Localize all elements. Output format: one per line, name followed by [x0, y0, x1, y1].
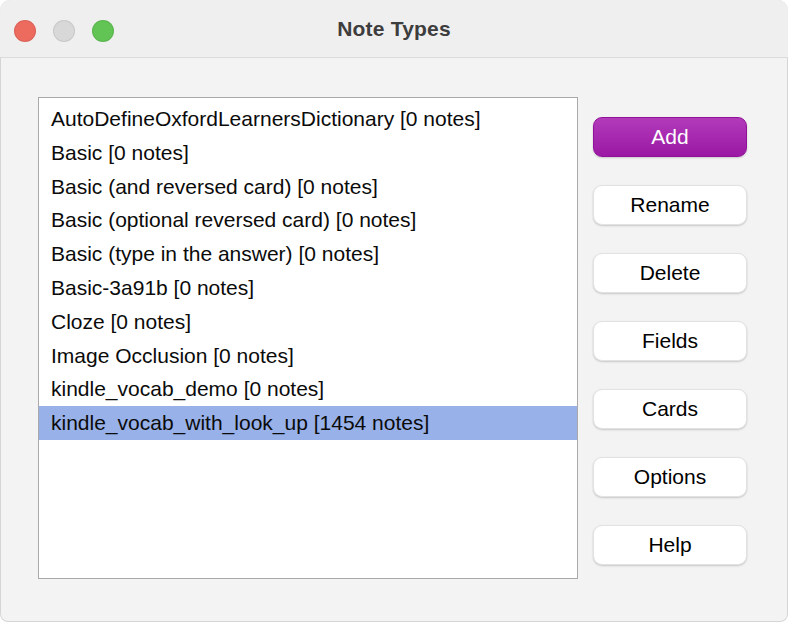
list-item[interactable]: Cloze [0 notes]	[39, 305, 577, 339]
minimize-button	[53, 20, 75, 42]
list-item[interactable]: Basic (optional reversed card) [0 notes]	[39, 203, 577, 237]
list-item[interactable]: AutoDefineOxfordLearnersDictionary [0 no…	[39, 102, 577, 136]
list-item[interactable]: Basic-3a91b [0 notes]	[39, 271, 577, 305]
add-button[interactable]: Add	[593, 117, 747, 157]
list-item[interactable]: Basic (and reversed card) [0 notes]	[39, 170, 577, 204]
zoom-button[interactable]	[92, 20, 114, 42]
fields-button[interactable]: Fields	[593, 321, 747, 361]
help-button[interactable]: Help	[593, 525, 747, 565]
titlebar: Note Types	[0, 0, 788, 58]
button-column: AddRenameDeleteFieldsCardsOptionsHelp	[593, 117, 747, 565]
list-item[interactable]: Basic [0 notes]	[39, 136, 577, 170]
list-item[interactable]: kindle_vocab_demo [0 notes]	[39, 372, 577, 406]
list-item[interactable]: Image Occlusion [0 notes]	[39, 339, 577, 373]
cards-button[interactable]: Cards	[593, 389, 747, 429]
delete-button[interactable]: Delete	[593, 253, 747, 293]
rename-button[interactable]: Rename	[593, 185, 747, 225]
traffic-lights	[14, 20, 114, 42]
options-button[interactable]: Options	[593, 457, 747, 497]
list-item[interactable]: Basic (type in the answer) [0 notes]	[39, 237, 577, 271]
close-button[interactable]	[14, 20, 36, 42]
window-title: Note Types	[337, 17, 451, 41]
list-item[interactable]: kindle_vocab_with_look_up [1454 notes]	[39, 406, 577, 440]
note-types-dialog: Note Types AutoDefineOxfordLearnersDicti…	[0, 0, 788, 622]
note-type-list: AutoDefineOxfordLearnersDictionary [0 no…	[38, 97, 578, 579]
